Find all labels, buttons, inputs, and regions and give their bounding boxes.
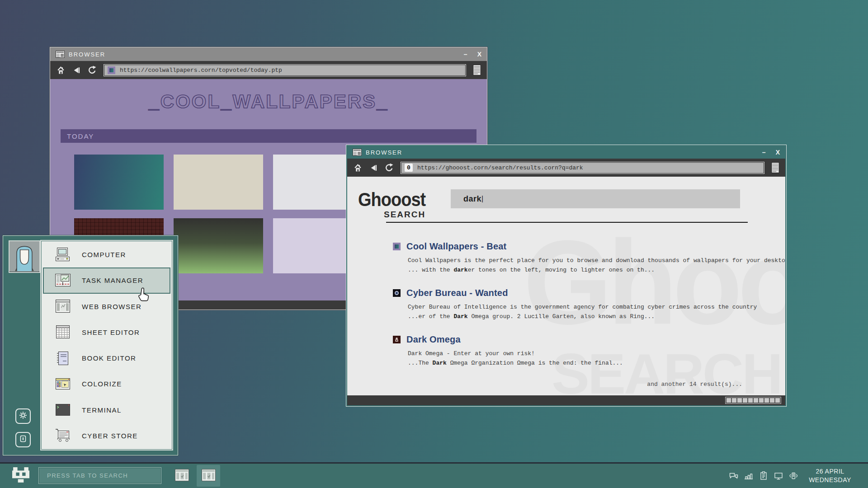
- start-button[interactable]: [11, 468, 31, 485]
- reader-icon[interactable]: [473, 65, 481, 75]
- menu-item-sheet-editor[interactable]: SHEET EDITOR: [43, 319, 170, 345]
- back-icon[interactable]: [72, 66, 81, 75]
- menu-item-web-browser[interactable]: WEB BROWSER: [43, 294, 170, 319]
- cyber-store-icon: [53, 428, 73, 443]
- browser-toolbar: 0 https://ghooost.corn/search/results.co…: [347, 159, 785, 177]
- result-snippet: Cool Wallpapers is the perfect place for…: [408, 256, 773, 265]
- clipboard-icon[interactable]: [759, 471, 769, 481]
- site-title: _COOL_WALLPAPERS_: [50, 91, 487, 113]
- browser-app-icon: [56, 50, 65, 59]
- colorize-icon: [53, 376, 73, 392]
- clock-date: 26 APRIL WEDNESDAY: [807, 467, 853, 484]
- search-result: Cyber Bureau - Wanted Cyber Bureau of In…: [393, 288, 773, 321]
- result-snippet: ...The Dark Ωmega Ωrganization Ωmega is …: [408, 358, 773, 368]
- window-title: BROWSER: [366, 149, 402, 156]
- result-link[interactable]: Cool Wallpapers - Beat: [406, 241, 506, 252]
- more-results-link[interactable]: and another 14 result(s)...: [647, 381, 742, 388]
- browser-app-icon: [353, 148, 362, 157]
- chat-icon[interactable]: [729, 471, 739, 481]
- url-text: https://coolwallpapers.corn/topvoted/tod…: [120, 67, 282, 74]
- close-button[interactable]: X: [776, 149, 780, 155]
- cyber-bureau-favicon: [393, 289, 401, 297]
- divider: [386, 222, 748, 223]
- taskbar-window-button[interactable]: [170, 465, 193, 487]
- browser-toolbar: https://coolwallpapers.corn/topvoted/tod…: [50, 61, 487, 79]
- minimize-button[interactable]: –: [464, 51, 467, 57]
- result-link[interactable]: Dark Omega: [406, 334, 461, 345]
- taskbar-search[interactable]: PRESS TAB TO SEARCH: [38, 467, 161, 484]
- settings-button[interactable]: [15, 408, 31, 424]
- search-results: Cool Wallpapers - Beat Cool Wallpapers i…: [393, 237, 773, 381]
- url-text: https://ghooost.corn/search/results.corn…: [417, 164, 583, 171]
- url-bar[interactable]: 0 https://ghooost.corn/search/results.co…: [401, 162, 764, 174]
- phone-alert-icon[interactable]: [788, 471, 798, 481]
- ghooost-logo: Ghooost SEARCH: [358, 189, 425, 220]
- window-titlebar[interactable]: BROWSER – X: [50, 47, 487, 61]
- reader-icon[interactable]: [771, 162, 779, 173]
- taskbar-window-button-active[interactable]: [197, 465, 220, 487]
- today-label: TODAY: [67, 132, 94, 140]
- refresh-icon[interactable]: [88, 66, 97, 75]
- menu-item-book-editor[interactable]: BOOK EDITOR: [43, 345, 170, 371]
- browser-window-front: BROWSER – X 0 https://ghooost.corn/searc…: [346, 145, 786, 406]
- refresh-icon[interactable]: [385, 163, 394, 172]
- wallpaper-thumbnail[interactable]: [74, 155, 164, 210]
- result-snippet: ... with the darker tones on the left, m…: [408, 265, 773, 275]
- window-statusbar: [347, 395, 785, 405]
- home-icon[interactable]: [353, 163, 362, 172]
- result-snippet: ...er of the Dark Omega group. 2 Lucille…: [408, 312, 773, 321]
- avatar[interactable]: [9, 240, 40, 273]
- dark-omega-favicon: [393, 336, 401, 343]
- wallpaper-thumbnail[interactable]: [174, 155, 263, 210]
- computer-icon: [53, 247, 73, 263]
- url-bar[interactable]: https://coolwallpapers.corn/topvoted/tod…: [104, 64, 466, 76]
- menu-item-cyber-store[interactable]: CYBER STORE: [43, 423, 170, 449]
- minimize-button[interactable]: –: [762, 149, 766, 155]
- web-browser-icon: [53, 299, 73, 314]
- taskbar: PRESS TAB TO SEARCH 26 APRIL WEDNESDAY: [0, 462, 868, 488]
- start-menu-app-list: COMPUTER TASK MANAGER WEB BROWSER SHEET …: [40, 240, 173, 450]
- wallpaper-thumbnail[interactable]: [174, 218, 263, 273]
- menu-item-computer[interactable]: COMPUTER: [43, 242, 170, 267]
- system-tray: [729, 464, 798, 488]
- ghooost-favicon: 0: [405, 164, 413, 172]
- window-titlebar[interactable]: BROWSER – X: [347, 146, 785, 159]
- search-input[interactable]: dark|: [451, 189, 740, 208]
- search-result: Dark Omega Dark Omega - Enter at your ow…: [393, 334, 773, 368]
- browser-window-icon: [202, 469, 216, 483]
- signal-bars-icon[interactable]: [744, 471, 754, 481]
- result-link[interactable]: Cyber Bureau - Wanted: [406, 288, 508, 298]
- close-button[interactable]: X: [477, 51, 481, 57]
- today-section-banner: TODAY: [61, 129, 476, 143]
- result-snippet: Dark Omega - Enter at your own risk!: [408, 349, 773, 358]
- back-icon[interactable]: [369, 163, 378, 172]
- power-button[interactable]: [15, 432, 31, 447]
- cool-wallpapers-favicon: [108, 66, 115, 74]
- result-snippet: Cyber Bureau of Intelligence is the gove…: [408, 302, 773, 312]
- menu-item-colorize[interactable]: COLORIZE: [43, 371, 170, 397]
- mouse-cursor-hand: [137, 287, 150, 303]
- menu-item-terminal[interactable]: TERMINAL: [43, 397, 170, 423]
- terminal-icon: [53, 402, 73, 418]
- window-title: BROWSER: [69, 51, 105, 58]
- power-icon: [19, 434, 28, 445]
- home-icon[interactable]: [56, 66, 65, 75]
- sheet-editor-icon: [53, 324, 73, 340]
- settings-gear-icon: [19, 411, 28, 422]
- start-creature-icon: [12, 467, 29, 485]
- book-editor-icon: [53, 351, 73, 366]
- cool-wallpapers-favicon: [393, 243, 401, 250]
- monitor-icon[interactable]: [774, 471, 783, 481]
- start-menu: COMPUTER TASK MANAGER WEB BROWSER SHEET …: [3, 235, 178, 455]
- task-manager-icon: [53, 273, 73, 288]
- search-result: Cool Wallpapers - Beat Cool Wallpapers i…: [393, 241, 773, 275]
- browser-window-icon: [175, 469, 189, 483]
- segmented-progress-bar: [725, 397, 781, 404]
- taskbar-search-placeholder: PRESS TAB TO SEARCH: [47, 472, 128, 479]
- desktop: { "desktop": { "background_css": "linear…: [0, 0, 868, 488]
- text-cursor: |: [481, 195, 483, 203]
- menu-item-task-manager[interactable]: TASK MANAGER: [43, 267, 170, 293]
- ghooost-search-page: Ghooost SEARCH Ghooost SEARCH dark| Cool…: [347, 177, 785, 395]
